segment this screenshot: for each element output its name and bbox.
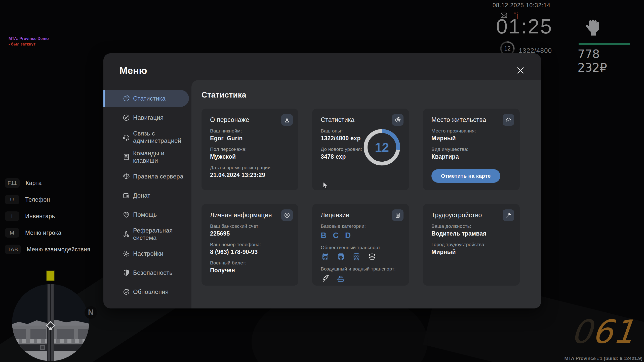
menu-title: Меню [119,65,147,76]
hotkey-key: I [5,211,19,221]
field-value: Получен [210,267,290,274]
mouse-cursor [323,182,329,190]
share-nodes-icon [123,230,130,238]
scales-icon [123,173,130,180]
hotkey-row: M Меню игрока [5,224,90,241]
field-label: Вид имущества: [431,147,511,152]
field-label: Общественный транспорт: [321,245,400,250]
card-title: Трудоустройство [431,211,511,219]
wallet-icon [123,192,130,199]
hotkey-label: Карта [26,180,42,187]
hotkey-label: Меню взаимодействия [27,246,90,253]
field-label: Место проживания: [431,128,511,134]
shield-icon [123,269,130,277]
sidebar-item-label: Безопасность [133,269,173,276]
chat-line: - был заткнут [9,41,49,47]
speedometer: 061 [570,313,636,350]
sidebar-item-label: Команды и клавиши [133,150,186,164]
sidebar-item-referral[interactable]: Реферальная система [103,225,191,243]
sidebar-item-admin-contact[interactable]: Связь с администрацией [103,128,191,146]
sidebar-item-label: Связь с администрацией [133,130,186,144]
ring-level-value: 12 [375,140,389,155]
xp-progress-ring: 12 [363,128,401,166]
sidebar-item-commands[interactable]: Команды и клавиши [103,148,191,166]
menu-sidebar: Статистика Навигация Связь с администр [103,90,191,302]
field-value: Egor_Gurin [210,135,290,142]
money-bar [579,43,630,45]
speed-ghost-digit: 0 [570,313,594,350]
field-label: Ваш номер телефона: [210,242,290,247]
card-personal-info: Личная информация Ваш банковский счет: 2… [202,204,298,286]
hotkey-label: Инвентарь [25,213,55,220]
person-circle-icon [281,209,293,221]
field-value: 8 (963) 178-90-93 [210,249,290,255]
chat-line: MTA: Province Demo [9,36,49,41]
sidebar-item-label: Реферальная система [133,227,186,241]
sidebar-item-label: Статистика [133,95,166,102]
close-button[interactable] [515,65,526,75]
captain-cap-icon [368,252,377,261]
field-label: Пол персонажа: [210,147,290,152]
sidebar-item-navigation[interactable]: Навигация [103,109,191,126]
field-value: Квартира [431,153,511,160]
field-value: 225695 [210,230,290,237]
card-title: О персонаже [210,116,290,123]
sidebar-item-statistics[interactable]: Статистика [103,90,189,107]
field-value: Мирный [431,135,511,142]
license-categories: B C D [321,231,400,240]
mark-on-map-button[interactable]: Отметить на карте [431,169,500,183]
stats-cards-grid: О персонаже Ваш никнейм: Egor_Gurin Пол … [202,109,541,286]
field-label: Город трудоустройства: [431,242,511,247]
hotkey-row: F11 Карта [5,175,90,191]
menu-content: Статистика О персонаже Ваш никнейм: Egor… [191,80,541,308]
pie-chart-icon [123,95,130,102]
card-residence: Место жительства Место проживания: Мирны… [423,109,520,190]
headset-icon [123,133,130,141]
plane-icon [321,274,330,283]
sidebar-item-settings[interactable]: Настройки [103,245,191,262]
hotkey-key: U [5,195,19,204]
sidebar-item-label: Обновления [133,288,169,295]
sidebar-item-server-rules[interactable]: Правила сервера [103,168,191,185]
sidebar-item-security[interactable]: Безопасность [103,264,191,281]
public-transport-licenses [321,252,400,261]
sidebar-item-label: Навигация [133,114,164,121]
license-category: B [321,231,326,240]
money-amount: 778 232₽ [578,47,631,74]
sidebar-item-help[interactable]: Помощь [103,206,191,223]
tram-icon [336,252,345,261]
field-label: Военный билет: [210,260,290,266]
card-character: О персонаже Ваш никнейм: Egor_Gurin Пол … [202,109,298,190]
hotkey-hints: F11 Карта U Телефон I Инвентарь M Меню и… [5,175,90,258]
field-value: Мужской [210,153,290,160]
document-icon [123,153,130,161]
field-label: Воздушный и водный транспорт: [321,266,400,272]
hud-datetime: 08.12.2025 10:32:14 [493,2,553,9]
card-licenses: Лицензии Базовые категории: B C D Общест… [312,204,409,286]
gear-icon [123,250,130,257]
level-value: 12 [504,45,511,52]
card-job: Трудоустройство Ваша должность: Водитель… [423,204,520,286]
compass-icon [123,114,130,121]
pie-chart-icon [392,114,404,126]
hotkey-label: Меню игрока [25,230,61,236]
field-value: Мирный [431,249,511,255]
train-icon [352,252,361,261]
field-label: Дата и время регистрации: [210,165,290,170]
trolleybus-icon [321,252,330,261]
hotkey-key: TAB [5,245,21,254]
sidebar-item-label: Донат [133,192,150,199]
player-marker-dot [49,327,52,330]
ship-icon [336,274,345,283]
handshake-heart-icon [123,211,130,218]
field-label: Ваш банковский счет: [210,223,290,229]
compass-north-badge: N [85,306,97,319]
sidebar-item-updates[interactable]: Обновления [103,283,191,300]
refresh-check-icon [123,288,130,296]
hotkey-row: U Телефон [5,191,90,208]
field-label: Ваш никнейм: [210,128,290,134]
hotkey-key: M [5,228,19,238]
field-value: Водитель трамвая [431,230,511,237]
minimap-building-marker [40,345,45,350]
sidebar-item-donate[interactable]: Донат [103,187,191,204]
